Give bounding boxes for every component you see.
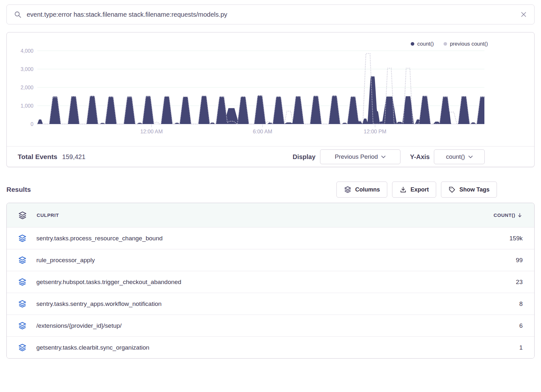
legend-label: previous count() (450, 41, 488, 47)
count-header-label: COUNT() (493, 212, 515, 218)
svg-text:2,000: 2,000 (21, 85, 33, 90)
search-input[interactable] (27, 11, 515, 18)
chart-legend: count() previous count() (411, 41, 488, 47)
discover-page: 01,0002,0003,0004,00012:00 AM6:00 AM12:0… (0, 0, 541, 359)
layers-icon (344, 186, 352, 193)
tag-icon (448, 186, 456, 193)
search-icon (14, 11, 22, 19)
svg-text:12:00 PM: 12:00 PM (364, 129, 387, 134)
display-label: Display (293, 153, 316, 161)
download-icon (399, 186, 407, 193)
culprit-cell[interactable]: sentry.tasks.process_resource_change_bou… (36, 235, 163, 242)
count-cell: 6 (519, 322, 523, 329)
count-cell: 1 (519, 344, 523, 351)
export-button[interactable]: Export (392, 182, 436, 198)
culprit-cell[interactable]: sentry.tasks.sentry_apps.workflow_notifi… (36, 300, 161, 307)
show-tags-button[interactable]: Show Tags (441, 182, 497, 198)
stack-icon (18, 211, 27, 220)
table-row[interactable]: rule_processor_apply 99 (7, 249, 534, 271)
yaxis-label: Y-Axis (410, 153, 430, 161)
results-header: Results Columns Export (6, 182, 535, 198)
stack-icon[interactable] (18, 343, 27, 352)
yaxis-select-value: count() (446, 153, 465, 160)
count-cell: 8 (519, 300, 523, 307)
export-button-label: Export (410, 186, 429, 193)
stack-icon[interactable] (18, 256, 27, 264)
culprit-cell[interactable]: /extensions/{provider_id}/setup/ (36, 322, 122, 329)
column-header-count[interactable]: COUNT() (493, 212, 523, 218)
chart-controls: Display Previous Period Y-Axis count() (293, 149, 485, 164)
count-cell: 23 (516, 279, 523, 286)
count-cell: 159k (509, 235, 523, 242)
show-tags-button-label: Show Tags (459, 186, 490, 193)
svg-text:0: 0 (31, 121, 33, 127)
table-row[interactable]: sentry.tasks.sentry_apps.workflow_notifi… (7, 293, 534, 315)
legend-label: count() (417, 41, 434, 47)
stack-icon[interactable] (18, 278, 27, 286)
results-actions: Columns Export Show Tags (336, 182, 497, 198)
yaxis-select[interactable]: count() (434, 149, 485, 164)
stack-icon[interactable] (18, 234, 27, 243)
results-table: CULPRIT COUNT() sentry.tasks.process_res… (6, 203, 535, 359)
total-events-label: Total Events (18, 153, 57, 161)
svg-text:4,000: 4,000 (21, 48, 33, 54)
chart-footer: Total Events 159,421 Display Previous Pe… (7, 146, 534, 167)
events-area-chart[interactable]: 01,0002,0003,0004,00012:00 AM6:00 AM12:0… (7, 32, 534, 138)
stack-icon[interactable] (18, 321, 27, 330)
columns-button[interactable]: Columns (336, 182, 387, 198)
svg-text:6:00 AM: 6:00 AM (253, 129, 272, 134)
table-header-row: CULPRIT COUNT() (7, 203, 534, 227)
table-row[interactable]: sentry.tasks.process_resource_change_bou… (7, 227, 534, 249)
culprit-cell[interactable]: getsentry.hubspot.tasks.trigger_checkout… (36, 279, 181, 286)
previous-count-series-dot (444, 42, 447, 46)
sort-desc-arrow-icon (517, 212, 523, 218)
svg-text:1,000: 1,000 (21, 103, 33, 109)
clear-search-icon[interactable] (520, 11, 527, 18)
stack-icon[interactable] (18, 299, 27, 308)
chevron-down-icon (381, 156, 386, 158)
column-header-culprit[interactable]: CULPRIT (37, 212, 59, 218)
legend-item-count[interactable]: count() (411, 41, 434, 47)
table-row[interactable]: /extensions/{provider_id}/setup/ 6 (7, 315, 534, 336)
culprit-cell[interactable]: rule_processor_apply (36, 257, 95, 264)
legend-item-previous-count[interactable]: previous count() (444, 41, 488, 47)
count-series-dot (411, 42, 414, 46)
chevron-down-icon (468, 156, 473, 158)
svg-text:3,000: 3,000 (21, 67, 33, 72)
display-select[interactable]: Previous Period (320, 149, 400, 164)
culprit-cell[interactable]: getsentry.tasks.clearbit.sync_organizati… (36, 344, 149, 351)
search-bar (6, 4, 535, 24)
table-row[interactable]: getsentry.hubspot.tasks.trigger_checkout… (7, 271, 534, 293)
table-row[interactable]: getsentry.tasks.clearbit.sync_organizati… (7, 336, 534, 358)
columns-button-label: Columns (355, 186, 380, 193)
results-heading: Results (6, 186, 31, 193)
count-cell: 99 (516, 257, 523, 264)
events-chart-card: 01,0002,0003,0004,00012:00 AM6:00 AM12:0… (6, 32, 535, 167)
total-events-value: 159,421 (62, 153, 85, 161)
svg-text:12:00 AM: 12:00 AM (140, 129, 163, 134)
display-select-value: Previous Period (335, 153, 378, 160)
